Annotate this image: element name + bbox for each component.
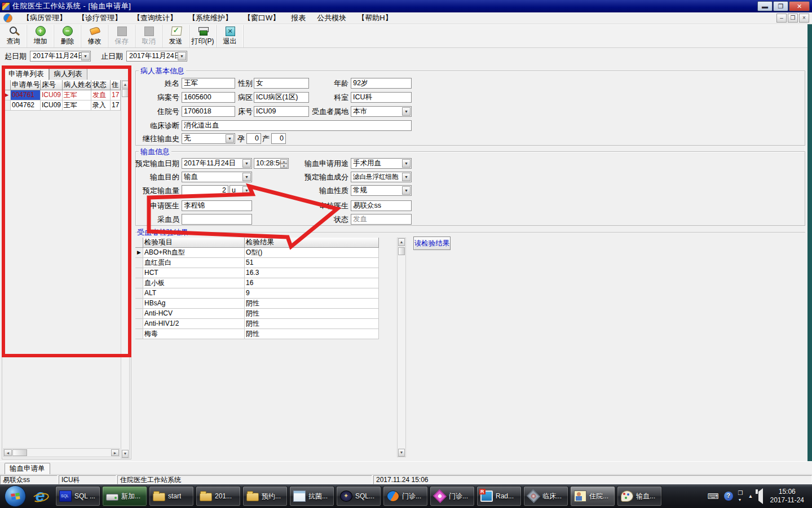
planned-time-spinner[interactable]: 10:28:50 ▲▼ <box>254 158 289 169</box>
birth-field[interactable]: 0 <box>271 133 286 144</box>
menu-item-common-modules[interactable]: 公共模块 <box>311 12 352 24</box>
chevron-down-icon[interactable]: ▼ <box>81 52 90 60</box>
taskbar-button-start-folder[interactable]: start <box>149 486 194 506</box>
spinner-arrows-icon[interactable]: ▲▼ <box>280 159 288 168</box>
taskbar-button-radiology[interactable]: Rad... <box>476 486 522 506</box>
lab-row[interactable]: 梅毒阴性 <box>135 329 379 339</box>
age-field[interactable]: 92岁 <box>351 78 412 89</box>
taskbar-button-inpatient-workstation[interactable]: 住院... <box>570 486 615 506</box>
chevron-down-icon[interactable]: ▼ <box>402 159 411 168</box>
nature-combo[interactable]: 常规 ▼ <box>351 185 412 196</box>
start-button[interactable] <box>5 485 26 507</box>
modify-button[interactable]: 修改 <box>81 25 108 47</box>
lab-row[interactable]: Anti-HIV1/2阴性 <box>135 319 379 329</box>
help-tray-icon[interactable]: ? <box>724 492 733 501</box>
menu-item-treatment[interactable]: 【诊疗管理】 <box>72 12 127 24</box>
start-date-combo[interactable]: 2017年11月24日 ▼ <box>30 51 91 62</box>
collector-field[interactable] <box>182 214 252 225</box>
lab-row[interactable]: HBsAg阴性 <box>135 299 379 309</box>
tab-request-list[interactable]: 申请单列表 <box>3 68 49 80</box>
row-indicator <box>135 268 143 278</box>
transfusion-history-combo[interactable]: 无 ▼ <box>182 133 235 144</box>
request-grid-hscrollbar[interactable]: ◄ ► <box>3 448 120 457</box>
diagnosis-field[interactable]: 消化道出血 <box>182 120 412 131</box>
review-doctor-field[interactable]: 易联众ss <box>351 200 412 211</box>
lab-row[interactable]: 血红蛋白51 <box>135 258 379 268</box>
chevron-down-icon[interactable]: ▼ <box>242 173 251 181</box>
case-no-field[interactable]: 1605600 <box>182 92 235 103</box>
pregnancy-field[interactable]: 0 <box>246 133 261 144</box>
volume-icon[interactable] <box>758 492 763 501</box>
recipient-locale-combo[interactable]: 本市 ▼ <box>351 106 412 117</box>
request-row[interactable]: 004762ICU09王军录入17 <box>3 100 121 111</box>
chevron-down-icon[interactable]: ▼ <box>226 134 234 143</box>
menu-item-help[interactable]: 【帮助H】 <box>352 12 398 24</box>
print-button[interactable]: 打印(P) <box>189 25 217 47</box>
request-row[interactable]: ▶004761ICU09王军发血17 <box>3 90 121 100</box>
taskbar-button-sql-management[interactable]: SQL... <box>336 486 381 506</box>
taskbar-button-new-volume[interactable]: 新加... <box>102 486 147 506</box>
menu-item-query-statistics[interactable]: 【查询统计】 <box>127 12 183 24</box>
request-cell: 王军 <box>63 100 91 111</box>
send-button[interactable]: 发送 <box>162 25 189 47</box>
chevron-down-icon[interactable]: ▼ <box>402 107 411 116</box>
mdi-restore-button[interactable]: ❐ <box>788 14 798 23</box>
menu-item-system-maintenance[interactable]: 【系统维护】 <box>183 12 238 24</box>
lab-row[interactable]: ALT9 <box>135 288 379 299</box>
taskbar-button-folder-2017[interactable]: 201... <box>196 486 241 506</box>
lab-row[interactable]: HCT16.3 <box>135 268 379 278</box>
mdi-minimize-button[interactable]: – <box>776 14 787 23</box>
chevron-down-icon[interactable]: ▼ <box>178 52 186 60</box>
tab-transfusion-request[interactable]: 输血申请单 <box>5 463 50 474</box>
show-hidden-icons[interactable]: ▲ <box>748 493 753 499</box>
name-field[interactable]: 王军 <box>182 78 235 89</box>
amount-unit-combo[interactable]: u ▼ <box>230 185 252 196</box>
menu-item-window-menu[interactable]: 【窗口W】 <box>238 12 285 24</box>
chevron-down-icon[interactable]: ▼ <box>242 159 251 168</box>
taskbar-button-outpatient-1[interactable]: 门诊... <box>383 486 428 506</box>
chevron-down-icon[interactable]: ▼ <box>402 173 411 181</box>
taskbar-button-appointment-folder[interactable]: 预约... <box>242 486 288 506</box>
internet-explorer-icon[interactable]: e <box>30 487 50 506</box>
menu-items: 【病历管理】【诊疗管理】【查询统计】【系统维护】【窗口W】报表公共模块【帮助H】 <box>17 12 398 24</box>
goal-combo[interactable]: 输血 ▼ <box>182 172 252 182</box>
add-button[interactable]: 增加 <box>27 25 54 47</box>
planned-date-combo[interactable]: 2017年11月24日 ▼ <box>182 158 252 169</box>
exit-button[interactable]: 退出 <box>217 25 244 47</box>
taskbar-button-clinical[interactable]: 临床... <box>523 486 568 506</box>
request-grid-vscrollbar[interactable]: ▲ ▼ <box>121 80 130 458</box>
taskbar-button-antibacterial-notepad[interactable]: 抗菌... <box>289 486 334 506</box>
lab-row[interactable]: Anti-HCV阴性 <box>135 309 379 319</box>
component-combo[interactable]: 滤白悬浮红细胞 ▼ <box>351 172 412 182</box>
taskbar-button-outpatient-2[interactable]: 门诊... <box>430 486 475 506</box>
lab-grid-vscrollbar[interactable]: ▲ ▼ <box>397 238 406 457</box>
tab-patient-list[interactable]: 病人列表 <box>49 68 87 80</box>
delete-button[interactable]: 删除 <box>54 25 81 47</box>
query-button[interactable]: 查询 <box>0 25 27 47</box>
read-lab-results-button[interactable]: 读检验结果 <box>413 237 451 250</box>
restore-button[interactable]: ❐ <box>773 1 788 11</box>
request-cell: 004761 <box>11 90 41 100</box>
taskbar-clock[interactable]: 15:06 2017-11-24 <box>770 488 805 505</box>
amount-field[interactable]: 2 <box>182 185 228 196</box>
menu-item-medical-records[interactable]: 【病历管理】 <box>17 12 72 24</box>
purpose-combo[interactable]: 手术用血 ▼ <box>351 158 412 169</box>
department-field[interactable]: ICU科 <box>351 92 412 103</box>
admission-no-field[interactable]: 1706018 <box>182 106 235 117</box>
taskbar-button-sql-window[interactable]: SQL ... <box>55 486 100 506</box>
edit-icon <box>89 26 101 36</box>
end-date-combo[interactable]: 2017年11月24日 ▼ <box>126 51 187 62</box>
request-doctor-field[interactable]: 李程锦 <box>182 200 252 211</box>
keyboard-icon[interactable]: ⌨ <box>707 492 718 501</box>
lab-row[interactable]: 血小板16 <box>135 278 379 288</box>
chevron-down-icon[interactable]: ▼ <box>242 186 251 195</box>
restore-windows-icon[interactable]: ❐▼ <box>738 490 743 502</box>
close-button[interactable]: ✕ <box>789 1 810 11</box>
toolbar-button-label: 退出 <box>223 37 237 46</box>
chevron-down-icon[interactable]: ▼ <box>402 186 411 195</box>
menu-item-reports[interactable]: 报表 <box>285 12 311 24</box>
minimize-button[interactable]: ▬ <box>757 1 773 11</box>
mdi-close-button[interactable]: × <box>799 14 809 23</box>
lab-row[interactable]: ▶ABO+Rh血型O型() <box>135 248 379 258</box>
taskbar-button-transfusion[interactable]: 输血... <box>617 486 662 506</box>
